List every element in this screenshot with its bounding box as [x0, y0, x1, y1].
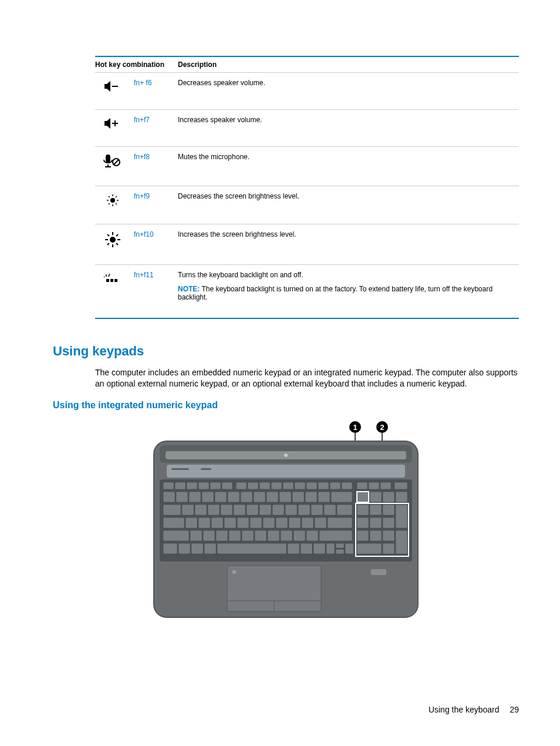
hotkey-fn-f9[interactable]: fn+f9 [134, 192, 150, 200]
svg-rect-137 [396, 505, 407, 528]
svg-rect-89 [163, 518, 184, 528]
hotkey-fn-f10[interactable]: fn+f10 [134, 230, 154, 238]
svg-rect-100 [315, 518, 326, 528]
svg-rect-111 [294, 530, 305, 541]
svg-rect-72 [305, 492, 317, 502]
svg-point-40 [284, 453, 288, 457]
svg-point-17 [110, 237, 116, 243]
note-label: NOTE: [178, 285, 200, 293]
svg-rect-134 [357, 505, 369, 515]
page-number: 29 [510, 705, 519, 714]
desc-fn-f6: Decreases speaker volume. [178, 73, 519, 110]
svg-rect-87 [324, 505, 336, 515]
svg-rect-144 [396, 530, 407, 554]
svg-rect-84 [285, 505, 297, 515]
svg-rect-80 [234, 505, 245, 515]
svg-rect-85 [298, 505, 310, 515]
svg-rect-71 [292, 492, 304, 502]
svg-rect-145 [357, 543, 382, 554]
svg-rect-30 [110, 279, 113, 282]
svg-rect-50 [222, 482, 232, 489]
svg-rect-138 [357, 518, 369, 528]
svg-line-24 [107, 243, 109, 245]
svg-rect-69 [266, 492, 278, 502]
svg-line-22 [107, 234, 109, 236]
table-row: fn+ f6 Decreases speaker volume. [95, 73, 519, 110]
svg-rect-42 [171, 468, 189, 470]
svg-rect-53 [259, 482, 270, 489]
callout-1-text: 1 [353, 423, 357, 432]
hotkey-fn-f11[interactable]: fn+f11 [134, 271, 154, 279]
desc-fn-f7: Increases speaker volume. [178, 110, 519, 147]
desc-fn-f9: Decreases the screen brightness level. [178, 186, 519, 224]
svg-rect-64 [202, 492, 214, 502]
svg-rect-46 [175, 482, 185, 489]
svg-rect-88 [337, 505, 352, 515]
table-row: fn+f9 Decreases the screen brightness le… [95, 186, 519, 224]
svg-rect-59 [330, 482, 340, 489]
svg-rect-54 [271, 482, 282, 489]
svg-rect-29 [106, 279, 109, 282]
svg-rect-60 [342, 482, 352, 489]
subheading-integrated-keypad: Using the integrated numeric keypad [53, 400, 519, 411]
svg-rect-52 [248, 482, 258, 489]
svg-rect-47 [187, 482, 197, 489]
svg-rect-95 [250, 518, 262, 528]
svg-rect-133 [396, 492, 407, 502]
svg-line-23 [116, 243, 118, 245]
svg-rect-93 [224, 518, 236, 528]
svg-rect-107 [242, 530, 254, 541]
svg-rect-128 [380, 482, 391, 489]
svg-line-28 [104, 275, 104, 277]
svg-rect-73 [318, 492, 330, 502]
svg-rect-153 [371, 569, 386, 575]
desc-fn-f10: Increases the screen brightness level. [178, 224, 519, 265]
svg-rect-91 [198, 518, 210, 528]
svg-rect-122 [326, 543, 335, 554]
svg-rect-99 [302, 518, 313, 528]
svg-rect-76 [182, 505, 194, 515]
hotkey-fn-f8[interactable]: fn+f8 [134, 153, 150, 161]
svg-rect-101 [328, 518, 352, 528]
svg-rect-131 [370, 492, 382, 502]
svg-rect-135 [370, 505, 382, 515]
svg-rect-86 [311, 505, 323, 515]
svg-line-15 [109, 203, 110, 204]
svg-rect-57 [306, 482, 317, 489]
svg-rect-102 [163, 530, 189, 541]
svg-rect-65 [215, 492, 227, 502]
svg-rect-108 [255, 530, 266, 541]
svg-rect-109 [268, 530, 279, 541]
keypads-paragraph: The computer includes an embedded numeri… [95, 367, 519, 389]
svg-rect-113 [319, 530, 352, 541]
svg-rect-96 [263, 518, 275, 528]
svg-rect-49 [210, 482, 221, 489]
svg-rect-66 [228, 492, 239, 502]
svg-rect-136 [383, 505, 394, 515]
hotkey-fn-f7[interactable]: fn+f7 [134, 116, 150, 124]
svg-rect-103 [190, 530, 202, 541]
desc-fn-f11: Turns the keyboard backlight on and off.… [178, 265, 519, 319]
svg-line-14 [116, 203, 117, 204]
svg-rect-132 [383, 492, 394, 502]
desc-fn-f8: Mutes the microphone. [178, 147, 519, 186]
svg-rect-121 [313, 543, 325, 554]
svg-rect-97 [276, 518, 288, 528]
svg-line-25 [116, 234, 118, 236]
table-row: fn+f10 Increases the screen brightness l… [95, 224, 519, 265]
svg-rect-142 [370, 530, 382, 541]
svg-rect-105 [216, 530, 228, 541]
svg-rect-62 [176, 492, 188, 502]
svg-rect-129 [394, 482, 407, 489]
svg-rect-77 [195, 505, 207, 515]
svg-rect-92 [211, 518, 223, 528]
svg-rect-124 [336, 549, 344, 554]
svg-rect-43 [201, 468, 211, 470]
svg-rect-94 [237, 518, 249, 528]
svg-rect-123 [336, 543, 344, 548]
hotkey-fn-f6[interactable]: fn+ f6 [134, 79, 151, 87]
svg-rect-51 [236, 482, 247, 489]
svg-rect-68 [254, 492, 265, 502]
svg-rect-146 [383, 543, 394, 554]
callout-2-text: 2 [380, 423, 384, 432]
